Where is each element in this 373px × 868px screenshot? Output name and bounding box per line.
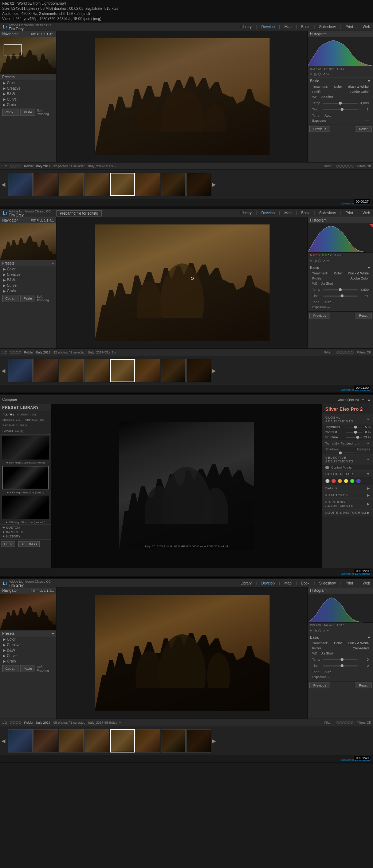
- film-thumb-4-5[interactable]: [110, 729, 135, 752]
- film-thumb-2-1[interactable]: [8, 359, 33, 382]
- nav-web-4[interactable]: Web: [363, 581, 370, 585]
- tonality-header[interactable]: Tonality Protection ▼: [322, 440, 373, 447]
- settings-button-3[interactable]: SETTINGS: [18, 541, 40, 547]
- filmstrip-right-arrow-4[interactable]: ▶: [212, 738, 218, 744]
- nav-web-2[interactable]: Web: [363, 211, 370, 215]
- film-thumb-4-7[interactable]: [161, 729, 186, 752]
- plugin-tab-favorites[interactable]: FAVORITES (8): [1, 429, 24, 433]
- filmstrip-left-arrow-2[interactable]: ◀: [1, 368, 7, 374]
- film-thumb-1-2[interactable]: [34, 173, 58, 196]
- filmstrip-right-arrow-1[interactable]: ▶: [212, 181, 218, 187]
- color-dot-yellow[interactable]: [344, 479, 348, 483]
- nav-library-1[interactable]: Library: [240, 25, 252, 29]
- film-thumb-1-7[interactable]: [161, 173, 186, 196]
- film-thumb-4-2[interactable]: [34, 729, 58, 752]
- plugin-tab-recent[interactable]: RECENTLY USED: [1, 423, 28, 428]
- film-thumb-4-6[interactable]: [136, 729, 160, 752]
- film-thumb-2-4[interactable]: [85, 359, 109, 382]
- film-thumb-2-7[interactable]: [161, 359, 186, 382]
- plugin-imported-label[interactable]: ★ IMPORTED: [2, 530, 48, 534]
- preset-bw-4[interactable]: ▶ B&W: [0, 648, 56, 653]
- nav-develop-1[interactable]: Develop: [261, 25, 275, 29]
- nav-web-1[interactable]: Web: [363, 25, 370, 29]
- compare-btn-3[interactable]: Compare: [2, 398, 17, 402]
- previous-button-1[interactable]: Previous: [309, 126, 330, 132]
- color-dot-white[interactable]: [325, 479, 330, 483]
- paste-button-1[interactable]: Paste: [20, 109, 35, 116]
- preset-color-1[interactable]: ▶ Color: [0, 80, 56, 86]
- film-thumb-4-3[interactable]: [59, 729, 84, 752]
- color-dot-green[interactable]: [350, 479, 354, 483]
- nav-book-2[interactable]: Book: [301, 211, 310, 215]
- reset-button-2[interactable]: Reset: [355, 313, 372, 318]
- preset-grain-1[interactable]: ▶ Grain: [0, 102, 56, 107]
- global-adj-header[interactable]: GLOBAL ADJUSTMENTS ▼: [322, 414, 373, 425]
- film-types-header[interactable]: FILM TYPES ▶: [322, 492, 373, 498]
- selective-header[interactable]: SELECTIVE ADJUSTMENTS ▼: [322, 454, 373, 465]
- plugin-tab-modern[interactable]: MODERN (11): [1, 418, 23, 422]
- film-thumb-1-1[interactable]: [8, 173, 33, 196]
- color-dot-red[interactable]: [331, 479, 336, 483]
- finishing-header[interactable]: FINISHING ADJUSTMENTS ▶: [322, 499, 373, 509]
- film-thumb-4-8[interactable]: [186, 729, 211, 752]
- plugin-preset-885[interactable]: [2, 466, 49, 489]
- plugin-preset-884[interactable]: [2, 436, 49, 460]
- copy-button-4[interactable]: Copy...: [2, 665, 19, 672]
- color-dot-blue[interactable]: [356, 479, 361, 483]
- reset-button-1[interactable]: Reset: [355, 126, 372, 132]
- color-filter-header[interactable]: COLOR FILTER ▼: [322, 471, 373, 477]
- film-thumb-2-6[interactable]: [136, 359, 160, 382]
- loupe-header[interactable]: LOUPE & HISTOGRAM ▶: [322, 509, 373, 516]
- film-thumb-1-6[interactable]: [136, 173, 160, 196]
- nav-develop-4[interactable]: Develop: [261, 581, 275, 585]
- filmstrip-left-arrow-4[interactable]: ◀: [1, 738, 7, 744]
- nav-slideshow-4[interactable]: Slideshow: [319, 581, 336, 585]
- filmstrip-right-arrow-2[interactable]: ▶: [212, 368, 218, 374]
- preset-grain-2[interactable]: ▶ Grain: [0, 288, 56, 294]
- film-thumb-4-1[interactable]: [8, 729, 33, 752]
- presets-header-4[interactable]: Presets +: [0, 630, 56, 637]
- plugin-tab-vintage[interactable]: VINTAGE (12): [24, 418, 45, 422]
- nav-slideshow-2[interactable]: Slideshow: [319, 211, 336, 215]
- presets-header-1[interactable]: Presets +: [0, 74, 56, 80]
- paste-button-2[interactable]: Paste: [20, 295, 35, 302]
- preset-bw-2[interactable]: ▶ B&W: [0, 277, 56, 283]
- copy-button-1[interactable]: Copy...: [2, 109, 19, 116]
- nav-library-4[interactable]: Library: [240, 581, 252, 585]
- nav-map-1[interactable]: Map: [284, 25, 291, 29]
- film-thumb-1-4[interactable]: [85, 173, 109, 196]
- copy-button-2[interactable]: Copy...: [2, 295, 19, 302]
- preset-creative-1[interactable]: ▶ Creative: [0, 86, 56, 91]
- nav-slideshow-1[interactable]: Slideshow: [319, 25, 336, 29]
- film-thumb-2-8[interactable]: [186, 359, 211, 382]
- nav-print-4[interactable]: Print: [345, 581, 353, 585]
- plugin-tab-all[interactable]: ALL (38): [1, 412, 15, 417]
- navigator-header-4[interactable]: Navigator FIT FILL 1:1 4:1: [0, 587, 56, 594]
- film-thumb-1-3[interactable]: [59, 173, 84, 196]
- plugin-tab-classic[interactable]: CLASSIC (13): [16, 412, 37, 417]
- nav-print-2[interactable]: Print: [345, 211, 353, 215]
- nav-library-2[interactable]: Library: [240, 211, 252, 215]
- film-thumb-4-4[interactable]: [85, 729, 109, 752]
- preset-bw-1[interactable]: ▶ B&W: [0, 91, 56, 97]
- preset-color-4[interactable]: ▶ Color: [0, 637, 56, 642]
- details-header[interactable]: Details ▶: [322, 485, 373, 492]
- preset-creative-2[interactable]: ▶ Creative: [0, 272, 56, 277]
- navigator-header-2[interactable]: Navigator FIT FILL 1:1 4:1: [0, 217, 56, 223]
- film-thumb-1-8[interactable]: [186, 173, 211, 196]
- film-thumb-2-5[interactable]: [110, 359, 135, 382]
- film-thumb-1-5[interactable]: [110, 173, 135, 196]
- film-thumb-2-2[interactable]: [34, 359, 58, 382]
- previous-button-2[interactable]: Previous: [309, 313, 330, 318]
- help-button-3[interactable]: HELP: [1, 541, 15, 547]
- nav-map-2[interactable]: Map: [284, 211, 291, 215]
- nav-print-1[interactable]: Print: [345, 25, 353, 29]
- nav-map-4[interactable]: Map: [284, 581, 291, 585]
- preset-curve-4[interactable]: ▶ Curve: [0, 653, 56, 658]
- color-dot-orange[interactable]: [338, 479, 342, 483]
- plugin-custom-label[interactable]: ★ CUSTOM: [2, 526, 48, 529]
- preset-color-2[interactable]: ▶ Color: [0, 266, 56, 272]
- film-thumb-2-3[interactable]: [59, 359, 84, 382]
- nav-develop-2[interactable]: Develop: [261, 211, 275, 215]
- reset-button-4[interactable]: Reset: [355, 683, 372, 688]
